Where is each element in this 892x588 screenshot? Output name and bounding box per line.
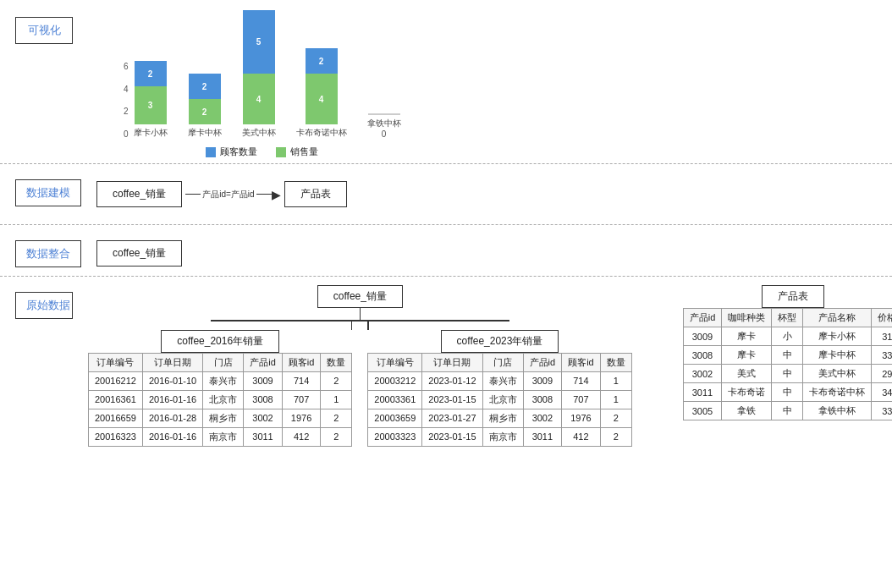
table-row: 3008摩卡中摩卡中杯33 [683,346,892,365]
table-cell: 2016-01-16 [142,427,202,446]
bar-green-1: 3 [135,86,167,124]
table-cell: 泰兴市 [482,371,523,390]
bar-item-cappuccino: 2 4 卡布奇诺中杯 [296,48,347,139]
th-2023-0: 订单编号 [368,353,422,371]
table-cell: 3009 [244,371,283,390]
th-2016-1: 订单日期 [142,353,202,371]
y-label-2: 2 [124,107,129,116]
table-cell: 摩卡 [722,346,772,365]
arrow-label: 产品id=产品id [202,189,254,201]
table-cell: 拿铁中杯 [803,402,872,420]
th-2023-3: 产品id [523,353,562,371]
table-cell: 2023-01-12 [422,371,482,390]
table-cell: 2023-01-27 [422,409,482,427]
table-cell: 707 [562,390,601,409]
bar-label-1: 摩卡小杯 [134,127,168,139]
table-cell: 摩卡 [722,327,772,346]
table-row: 3002美式中美式中杯29 [683,365,892,383]
table-row: 200032122023-01-12泰兴市30097141 [368,371,631,390]
y-label-0: 0 [124,130,129,139]
modeling-source-box: coffee_销量 [96,181,182,207]
table-cell: 2 [600,409,631,427]
table-cell: 拿铁 [722,402,772,420]
table-cell: 3009 [683,327,722,346]
y-label-4: 4 [124,85,129,94]
table-cell: 3002 [244,409,283,427]
chart-container: 6 4 2 0 2 3 摩卡小杯 2 [124,10,401,158]
raw-section: 原始数据 coffee_销量 [0,277,892,455]
table-cell: 摩卡小杯 [803,327,872,346]
table-row: 200033232023-01-15南京市30114122 [368,427,631,446]
table-cell: 1976 [282,409,321,427]
table-cell: 3011 [244,427,283,446]
table-cell: 小 [772,327,803,346]
th-2023-1: 订单日期 [422,353,482,371]
bar-item-americano: 5 4 美式中杯 [242,10,276,139]
table-cell: 412 [562,427,601,446]
table-cell: 中 [772,365,803,383]
table-row: 200163612016-01-16北京市30087071 [89,390,352,409]
chart-area: 6 4 2 0 2 3 摩卡小杯 2 [124,10,401,139]
integration-tree: coffee_销量 [96,234,182,267]
th-2016-5: 数量 [321,353,352,371]
y-label-6: 6 [124,63,129,71]
table-cell: 1 [600,390,631,409]
table-cell: 714 [562,371,601,390]
table-2016-title: coffee_2016年销量 [161,330,279,353]
raw-data-content: coffee_销量 coffee_2016年销量 [88,285,892,447]
table-2016-wrapper: coffee_2016年销量 订单编号 订单日期 门店 产品id 顾客id 数量 [88,330,352,447]
table-cell: 泰兴市 [203,371,244,390]
table-cell: 中 [772,402,803,420]
th-prod-2: 杯型 [772,309,803,327]
line-right [256,194,272,195]
integration-label: 数据整合 [15,240,81,267]
table-cell: 桐乡市 [203,409,244,427]
table-cell: 20003361 [368,390,422,409]
table-cell: 20016323 [89,427,143,446]
viz-section: 可视化 6 4 2 0 2 3 摩卡小杯 [0,0,892,164]
legend-blue-dot [206,147,216,157]
bar-stack-5 [368,113,400,115]
table-2016: 订单编号 订单日期 门店 产品id 顾客id 数量 200162122016-0… [88,353,352,447]
table-cell: 中 [772,346,803,365]
bar-item-mocha-medium: 2 2 摩卡中杯 [188,74,222,139]
table-cell: 3002 [523,409,562,427]
table-cell: 20003212 [368,371,422,390]
table-row: 200033612023-01-15北京市30087071 [368,390,631,409]
product-table-title: 产品表 [762,285,824,308]
table-cell: 3009 [523,371,562,390]
bar-item-mocha-small: 2 3 摩卡小杯 [134,61,168,139]
legend-blue: 顾客数量 [206,146,257,158]
legend-green-dot [276,147,286,157]
table-cell: 29 [872,365,892,383]
bar-label-5: 拿铁中杯 [367,118,401,129]
bar-stack-1: 2 3 [135,61,167,124]
table-cell: 2016-01-16 [142,390,202,409]
left-tables: coffee_销量 coffee_2016年销量 [88,285,632,447]
th-2016-3: 产品id [244,353,283,371]
bars-group: 2 3 摩卡小杯 2 2 摩卡中杯 5 4 [134,10,401,139]
bar-green-3: 4 [243,74,275,124]
table-row: 3011卡布奇诺中卡布奇诺中杯34 [683,383,892,402]
modeling-content: coffee_销量 产品id=产品id ▶ 产品表 [81,173,892,216]
legend-blue-label: 顾客数量 [220,146,257,158]
table-cell: 33 [872,346,892,365]
table-cell: 3008 [244,390,283,409]
line-left [185,194,201,195]
table-cell: 34 [872,383,892,402]
raw-content: coffee_销量 coffee_2016年销量 [73,285,892,447]
table-cell: 卡布奇诺 [722,383,772,402]
table-2023: 订单编号 订单日期 门店 产品id 顾客id 数量 200032122023-0… [367,353,631,447]
table-cell: 412 [282,427,321,446]
product-table: 产品id 咖啡种类 杯型 产品名称 价格 3009摩卡小摩卡小杯313008摩卡… [683,308,892,420]
table-cell: 33 [872,402,892,420]
table-cell: 2 [600,427,631,446]
table-cell: 20016361 [89,390,143,409]
table-cell: 31 [872,327,892,346]
table-cell: 3008 [523,390,562,409]
table-cell: 2016-01-28 [142,409,202,427]
integration-content: coffee_销量 [81,234,892,267]
th-prod-0: 产品id [683,309,722,327]
horiz-connector [88,320,632,321]
bar-blue-1: 2 [135,61,167,86]
